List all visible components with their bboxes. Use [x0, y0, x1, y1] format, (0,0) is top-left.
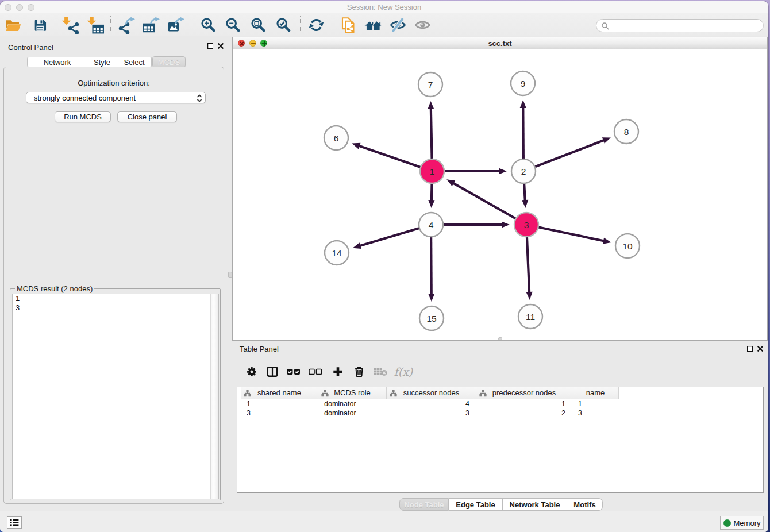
show-network-overview-button[interactable] — [363, 16, 383, 34]
mcds-result-list[interactable]: 13 — [12, 294, 219, 499]
tab-motifs[interactable]: Motifs — [567, 498, 603, 511]
column-header-name[interactable]: name — [572, 387, 619, 399]
edge-3-1[interactable] — [451, 182, 526, 225]
tab-edge-table[interactable]: Edge Table — [449, 498, 503, 511]
table-cell[interactable]: 1 — [241, 399, 318, 408]
graph-node-9[interactable]: 9 — [511, 71, 535, 95]
delete-column-button[interactable] — [349, 363, 369, 381]
window-titlebar: Session: New Session — [0, 1, 768, 13]
network-canvas[interactable]: 7968124314101511 — [233, 49, 767, 340]
table-cell[interactable]: 3 — [572, 408, 619, 418]
function-builder-button: f(x) — [394, 363, 413, 381]
table-cell[interactable]: 3 — [241, 408, 318, 418]
tab-mcds[interactable]: MCDS — [152, 56, 186, 68]
main-toolbar — [0, 13, 768, 36]
graph-node-1[interactable]: 1 — [420, 159, 444, 183]
graph-node-8[interactable]: 8 — [614, 119, 638, 144]
tab-network-table[interactable]: Network Table — [503, 498, 567, 511]
edge-arrow-1-6 — [352, 143, 360, 149]
table-cell[interactable]: dominator — [318, 399, 387, 408]
table-cell[interactable]: 3 — [387, 408, 476, 418]
graph-node-15[interactable]: 15 — [419, 306, 444, 330]
show-network-view-icon — [414, 17, 431, 33]
table-row[interactable]: 3dominator323 — [237, 408, 763, 418]
optimization-criterion-select[interactable]: strongly connected component — [26, 92, 206, 103]
control-panel-tabs: NetworkStyleSelectMCDS — [0, 57, 228, 67]
tab-network[interactable]: Network — [27, 57, 87, 67]
show-network-view-button[interactable] — [412, 16, 433, 34]
table-cell[interactable]: 1 — [476, 399, 572, 408]
column-header-MCDS-role[interactable]: MCDS role — [318, 387, 387, 399]
toolbar-separator — [192, 16, 192, 33]
export-image-button[interactable] — [165, 16, 186, 34]
edge-arrow-2-8 — [602, 137, 611, 143]
table-cell[interactable]: 1 — [572, 399, 619, 408]
table-cell[interactable]: dominator — [318, 408, 387, 418]
column-settings-button[interactable] — [242, 363, 261, 381]
delete-table-button — [371, 363, 390, 381]
graph-node-2[interactable]: 2 — [511, 159, 536, 183]
tab-select[interactable]: Select — [117, 57, 152, 67]
clear-all-checkboxes-button[interactable] — [306, 363, 325, 381]
zoom-fit-button[interactable] — [248, 16, 268, 34]
delete-table-icon — [373, 367, 388, 377]
toggle-panel-layout-icon — [266, 365, 279, 378]
vertical-split-grip[interactable] — [228, 272, 232, 278]
zoom-selected-button[interactable] — [273, 16, 294, 34]
result-item[interactable]: 1 — [13, 294, 218, 303]
apply-layout-icon — [308, 17, 325, 33]
select-all-checkboxes-button[interactable] — [284, 363, 303, 381]
table-cell[interactable]: 4 — [387, 399, 476, 408]
table-row[interactable]: 1dominator411 — [237, 399, 763, 408]
memory-button[interactable]: Memory — [720, 516, 764, 530]
window-title: Session: New Session — [0, 1, 768, 13]
graph-node-11[interactable]: 11 — [518, 304, 542, 329]
graph-node-7[interactable]: 7 — [418, 72, 442, 97]
mcds-panel: Optimization criterion: strongly connect… — [3, 67, 224, 504]
toolbar-separator — [332, 16, 332, 33]
graph-node-3[interactable]: 3 — [514, 213, 538, 237]
toggle-panel-layout-button[interactable] — [263, 363, 282, 381]
import-network-from-file-button[interactable] — [60, 16, 80, 34]
duplicate-network-button[interactable] — [338, 16, 359, 34]
graph-node-10[interactable]: 10 — [615, 234, 640, 258]
open-session-button[interactable] — [2, 16, 23, 34]
tab-style[interactable]: Style — [87, 57, 117, 67]
graph-node-4[interactable]: 4 — [419, 213, 443, 237]
show-network-overview-icon — [364, 17, 382, 34]
result-item[interactable]: 3 — [13, 303, 218, 313]
import-network-from-file-icon — [61, 17, 79, 34]
zoom-in-button[interactable] — [198, 16, 218, 34]
save-session-button[interactable] — [30, 16, 51, 34]
zoom-out-button[interactable] — [222, 16, 243, 34]
task-history-button[interactable] — [7, 516, 22, 529]
column-header-successor-nodes[interactable]: successor nodes — [387, 387, 476, 399]
import-table-from-file-button[interactable] — [85, 16, 106, 34]
search-input[interactable] — [611, 20, 758, 31]
save-session-icon — [32, 17, 48, 33]
memory-label: Memory — [734, 519, 761, 527]
control-panel-close-icon[interactable] — [217, 43, 224, 49]
app-window: Session: New Session Control Panel Netwo… — [0, 1, 768, 532]
select-all-checkboxes-icon — [287, 368, 301, 376]
tab-node-table[interactable]: Node Table — [399, 498, 449, 511]
add-column-icon — [332, 365, 344, 378]
column-header-predecessor-nodes[interactable]: predecessor nodes — [476, 387, 572, 399]
table-panel-close-icon[interactable] — [757, 345, 764, 352]
export-network-button[interactable] — [116, 16, 137, 34]
close-panel-button[interactable]: Close panel — [117, 111, 177, 122]
column-header-shared-name[interactable]: shared name — [241, 387, 318, 399]
add-column-button[interactable] — [328, 363, 348, 381]
export-table-button[interactable] — [141, 16, 161, 34]
run-mcds-button[interactable]: Run MCDS — [55, 111, 111, 122]
edge-2-8[interactable] — [523, 139, 606, 171]
result-list-scrollbar[interactable] — [210, 294, 218, 499]
graph-node-14[interactable]: 14 — [325, 241, 349, 265]
apply-layout-button[interactable] — [306, 16, 326, 34]
graph-node-6[interactable]: 6 — [324, 126, 348, 150]
table-cell[interactable]: 2 — [476, 408, 572, 418]
control-panel-float-icon[interactable] — [207, 43, 213, 49]
table-panel-float-icon[interactable] — [747, 346, 753, 352]
hide-network-view-button[interactable] — [387, 16, 408, 34]
horizontal-split-grip[interactable] — [498, 337, 502, 340]
